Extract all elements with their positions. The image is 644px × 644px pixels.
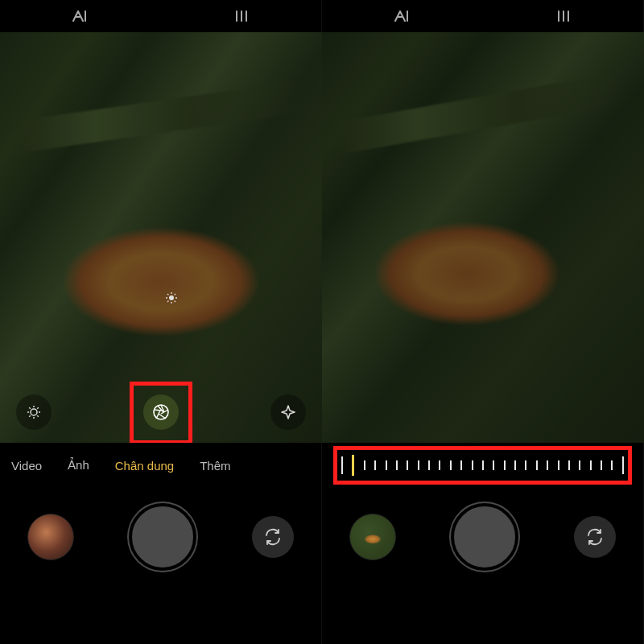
svg-point-9 (31, 409, 37, 415)
ai-icon[interactable] (394, 10, 411, 22)
menu-bars-icon[interactable] (234, 10, 249, 22)
svg-line-5 (167, 294, 168, 295)
mode-selector[interactable]: Video Ảnh Chân dung Thêm (0, 443, 321, 488)
svg-line-16 (29, 415, 30, 416)
phone-right (322, 0, 644, 644)
svg-line-7 (167, 301, 168, 302)
svg-point-0 (169, 295, 174, 300)
switch-camera-icon[interactable] (252, 516, 294, 558)
mode-video[interactable]: Video (11, 459, 42, 473)
aperture-slider[interactable] (322, 443, 643, 488)
highlight-slider (333, 446, 632, 485)
mode-more[interactable]: Thêm (200, 459, 230, 473)
highlight-aperture (130, 382, 192, 443)
svg-line-6 (175, 301, 175, 302)
gallery-thumbnail[interactable] (349, 514, 396, 560)
svg-line-8 (175, 294, 175, 295)
brightness-icon[interactable] (16, 394, 52, 430)
effects-icon[interactable] (270, 394, 306, 430)
exposure-sun-icon[interactable] (166, 292, 177, 303)
svg-line-17 (37, 407, 38, 408)
phone-left: Video Ảnh Chân dung Thêm (0, 0, 322, 644)
svg-line-14 (29, 407, 30, 408)
switch-camera-icon[interactable] (574, 516, 616, 558)
shutter-button[interactable] (451, 503, 518, 571)
shutter-button[interactable] (129, 503, 196, 571)
mode-photo[interactable]: Ảnh (68, 458, 89, 473)
viewfinder-preview (322, 32, 644, 443)
mode-portrait[interactable]: Chân dung (115, 459, 174, 473)
camera-viewfinder[interactable] (322, 32, 644, 443)
gallery-thumbnail[interactable] (27, 514, 74, 560)
shutter-row (322, 488, 643, 586)
svg-line-15 (37, 415, 38, 416)
shutter-row (0, 488, 321, 586)
ai-icon[interactable] (72, 10, 89, 22)
focus-indicator[interactable] (127, 197, 216, 286)
top-bar (0, 0, 321, 32)
top-bar (322, 0, 643, 32)
menu-bars-icon[interactable] (556, 10, 571, 22)
camera-viewfinder[interactable] (0, 32, 322, 443)
